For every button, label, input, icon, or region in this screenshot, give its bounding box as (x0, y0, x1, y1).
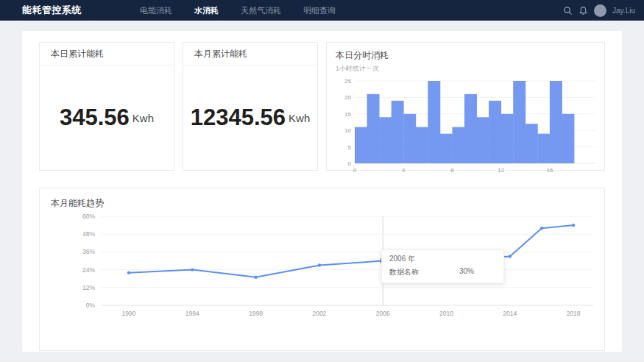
chart-tooltip: 2006 年 数据名称 30% (381, 249, 504, 283)
axis-label: 2006 (376, 310, 390, 317)
axis-label: 15 (344, 111, 351, 118)
bar[interactable] (355, 127, 367, 163)
header-right: Jay.Liu (563, 0, 635, 21)
data-point[interactable] (191, 268, 194, 271)
data-point[interactable] (127, 271, 130, 274)
bar[interactable] (501, 114, 514, 163)
axis-label: 1990 (122, 310, 136, 317)
hourly-consumption-card: 本日分时消耗 1小时统计一次 05101520250481216 (326, 42, 605, 171)
bar[interactable] (550, 81, 562, 163)
month-energy-value: 12345.56 (191, 104, 286, 131)
nav-item[interactable]: 明细查询 (303, 5, 336, 16)
bar[interactable] (428, 81, 440, 163)
app-title: 能耗管控系统 (22, 4, 82, 17)
trend-chart-title: 本月能耗趋势 (51, 197, 593, 210)
axis-label: 12% (82, 284, 95, 291)
kpi-row: 本日累计能耗 345.56 Kwh 本月累计能耗 12345.56 Kwh 本日… (39, 42, 605, 171)
axis-label: 48% (82, 230, 95, 238)
axis-label: 5 (348, 144, 352, 151)
month-energy-card: 本月累计能耗 12345.56 Kwh (183, 42, 318, 171)
monthly-trend-card: 本月能耗趋势 0%12%24%36%48%60%1990199419982002… (39, 188, 605, 351)
bell-icon[interactable] (578, 6, 588, 15)
tooltip-row: 数据名称 30% (389, 267, 496, 277)
axis-label: 1994 (185, 310, 199, 317)
tooltip-title: 2006 年 (389, 254, 496, 264)
main-nav: 电能消耗水消耗天然气消耗明细查询 (140, 0, 336, 21)
bar[interactable] (526, 124, 538, 163)
hourly-chart-subtitle: 1小时统计一次 (336, 64, 599, 74)
nav-item[interactable]: 电能消耗 (140, 5, 172, 16)
bar[interactable] (416, 127, 428, 163)
axis-label: 2014 (503, 310, 517, 317)
axis-label: 2010 (439, 310, 453, 317)
hourly-chart-title: 本日分时消耗 (336, 49, 599, 62)
axis-label: 4 (402, 167, 406, 174)
axis-label: 24% (82, 266, 95, 274)
bar[interactable] (562, 114, 574, 163)
month-card-body: 12345.56 Kwh (183, 65, 317, 170)
bar[interactable] (464, 94, 477, 163)
today-energy-card: 本日累计能耗 345.56 Kwh (39, 42, 174, 171)
axis-label: 0 (353, 167, 357, 174)
top-header: 能耗管控系统 电能消耗水消耗天然气消耗明细查询 Jay.Liu (0, 0, 644, 21)
today-energy-value: 345.56 (60, 104, 130, 131)
axis-label: 0% (86, 302, 96, 309)
bar[interactable] (513, 81, 526, 163)
trend-line (129, 225, 573, 277)
tooltip-value: 30% (459, 267, 474, 277)
data-point[interactable] (509, 255, 512, 258)
axis-label: 8 (450, 167, 454, 174)
today-card-body: 345.56 Kwh (40, 65, 174, 170)
month-energy-unit: Kwh (289, 112, 310, 124)
data-point[interactable] (540, 227, 543, 230)
axis-label: 20 (344, 94, 351, 101)
today-card-title: 本日累计能耗 (51, 48, 104, 60)
bar[interactable] (392, 101, 404, 163)
data-point[interactable] (572, 224, 575, 227)
bar[interactable] (537, 134, 550, 163)
content-panel: 本日累计能耗 345.56 Kwh 本月累计能耗 12345.56 Kwh 本日… (22, 31, 622, 352)
axis-label: 2018 (567, 310, 581, 317)
axis-label: 25 (344, 78, 351, 85)
month-card-header: 本月累计能耗 (183, 43, 317, 65)
today-energy-unit: Kwh (132, 112, 154, 124)
axis-label: 2002 (312, 310, 326, 317)
axis-label: 60% (82, 213, 95, 220)
trend-line-chart: 0%12%24%36%48%60%19901994199820022006201… (51, 211, 610, 322)
search-icon[interactable] (563, 6, 573, 15)
data-point[interactable] (318, 263, 321, 266)
bar[interactable] (367, 94, 380, 163)
data-point[interactable] (254, 275, 257, 278)
hourly-bar-chart: 05101520250481216 (336, 75, 599, 177)
bar[interactable] (379, 117, 392, 163)
bar[interactable] (452, 127, 464, 163)
axis-label: 1998 (249, 310, 263, 317)
axis-label: 36% (82, 248, 95, 255)
axis-label: 16 (546, 167, 553, 174)
nav-item[interactable]: 天然气消耗 (241, 5, 281, 16)
month-card-title: 本月累计能耗 (194, 48, 247, 60)
bar[interactable] (489, 101, 501, 163)
nav-item[interactable]: 水消耗 (194, 5, 219, 16)
tooltip-series-name: 数据名称 (389, 267, 419, 277)
axis-label: 12 (498, 167, 504, 174)
bar[interactable] (440, 134, 453, 163)
today-card-header: 本日累计能耗 (40, 43, 174, 65)
axis-label: 0 (348, 160, 352, 167)
user-avatar[interactable] (594, 4, 606, 17)
bar[interactable] (403, 114, 416, 163)
axis-label: 10 (344, 127, 351, 134)
bar[interactable] (477, 117, 489, 163)
user-name: Jay.Liu (612, 7, 635, 15)
